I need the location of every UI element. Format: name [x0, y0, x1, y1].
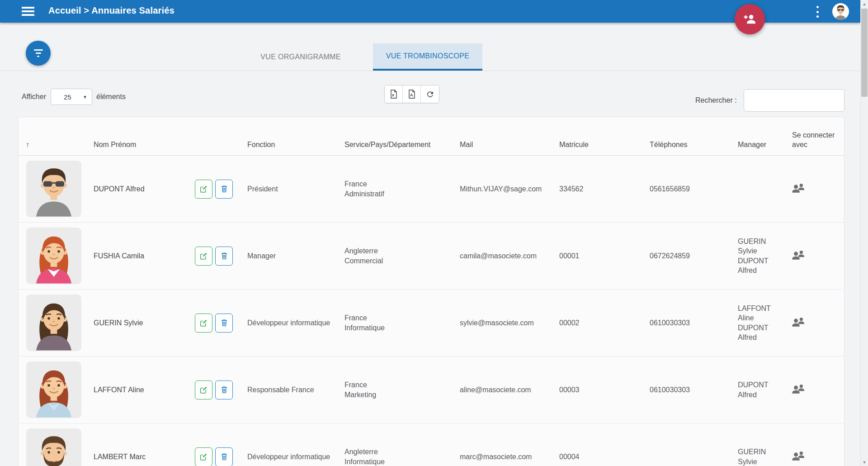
search-label: Rechercher :	[695, 96, 737, 105]
employee-manager: DUPONT Alfred	[731, 380, 785, 399]
edit-pencil-icon	[200, 453, 208, 461]
employee-mail: aline@masociete.com	[453, 385, 552, 395]
employee-service: AngleterreInformatique	[337, 447, 453, 466]
edit-pencil-icon	[200, 185, 208, 193]
user-avatar[interactable]	[832, 3, 849, 20]
tab-vue-trombinoscope[interactable]: VUE TROMBINOSCOPE	[373, 43, 482, 71]
column-header-matricule[interactable]: Matricule	[552, 140, 642, 155]
column-header-mail[interactable]: Mail	[453, 140, 552, 155]
employee-photo	[19, 361, 86, 418]
employee-matricule: 00002	[552, 318, 642, 328]
refresh-button[interactable]	[421, 86, 439, 103]
people-icon	[792, 316, 806, 327]
edit-button[interactable]	[195, 380, 212, 399]
connect-as-cell	[785, 316, 844, 329]
chevron-down-icon: ▼	[83, 95, 87, 100]
column-header-manager[interactable]: Manager	[731, 140, 785, 155]
table-body: DUPONT Alfred Président FranceAdministra…	[19, 156, 844, 466]
table-row: FUSHIA Camila Manager AngleterreCommerci…	[19, 223, 844, 290]
employee-mail: camila@masociete.com	[453, 251, 552, 261]
employee-fonction: Développeur informatique	[240, 318, 337, 328]
column-header-nom-prenom[interactable]: Nom Prénom	[86, 140, 193, 155]
trash-icon	[221, 453, 228, 461]
export-excel-button[interactable]: x	[385, 86, 403, 103]
employee-service: FranceAdministratif	[337, 179, 453, 198]
people-icon	[792, 450, 806, 461]
row-actions	[193, 314, 240, 333]
row-actions	[193, 247, 240, 266]
page-length-label-before: Afficher	[22, 93, 46, 101]
employee-name: LAFFONT Aline	[86, 385, 193, 395]
search-input[interactable]	[744, 89, 844, 112]
employee-fonction: Manager	[240, 251, 337, 261]
delete-button[interactable]	[215, 314, 233, 333]
employee-matricule: 334562	[552, 184, 642, 194]
edit-pencil-icon	[200, 252, 208, 260]
column-header-telephones[interactable]: Téléphones	[642, 140, 731, 155]
person-add-icon	[743, 12, 757, 27]
employee-mail: Mithun.VIJAY@sage.com	[453, 184, 552, 194]
column-header-se-connecter-avec[interactable]: Se connecter avec	[785, 131, 844, 155]
kebab-menu-icon[interactable]	[814, 6, 821, 18]
breadcrumb: Accueil > Annuaires Salariés	[48, 5, 175, 16]
employee-matricule: 00003	[552, 385, 642, 395]
row-actions	[193, 180, 240, 199]
employee-mail: sylvie@masociete.com	[453, 318, 552, 328]
employee-telephones: 0610030303	[642, 318, 731, 328]
employee-name: FUSHIA Camila	[86, 251, 193, 261]
employee-photo	[19, 295, 86, 351]
delete-button[interactable]	[215, 180, 233, 199]
menu-icon[interactable]	[22, 7, 34, 16]
edit-button[interactable]	[195, 314, 212, 333]
connect-as-button[interactable]	[792, 316, 806, 327]
employee-telephones: 0610030303	[642, 385, 731, 395]
people-icon	[792, 182, 806, 193]
delete-button[interactable]	[215, 380, 233, 399]
connect-as-cell	[785, 383, 844, 396]
page-length-select[interactable]: 25 ▼	[51, 89, 92, 105]
add-employee-button[interactable]	[735, 4, 765, 34]
trash-icon	[221, 185, 228, 193]
edit-button[interactable]	[195, 180, 212, 199]
trash-icon	[221, 252, 228, 260]
connect-as-button[interactable]	[792, 249, 806, 260]
employee-manager: GUERIN Sylvie	[731, 447, 785, 466]
employee-manager: LAFFONT AlineDUPONT Alfred	[731, 304, 785, 342]
connect-as-cell	[785, 450, 844, 463]
tab-vue-organigramme[interactable]: VUE ORGANIGRAMME	[246, 43, 355, 71]
column-header-fonction[interactable]: Fonction	[240, 140, 337, 155]
column-header-service[interactable]: Service/Pays/Département	[337, 140, 453, 155]
employee-service: FranceInformatique	[337, 313, 453, 332]
connect-as-button[interactable]	[792, 383, 806, 394]
employee-photo	[19, 428, 86, 466]
employee-name: DUPONT Alfred	[86, 184, 193, 194]
delete-button[interactable]	[215, 247, 233, 266]
scrollbar-thumb[interactable]	[861, 9, 868, 97]
export-toolbar: x A	[384, 85, 439, 103]
connect-as-cell	[785, 182, 844, 195]
export-pdf-button[interactable]: A	[403, 86, 421, 103]
column-header-actions	[193, 150, 240, 155]
svg-text:A: A	[410, 93, 413, 97]
vertical-scrollbar[interactable]: ▲ ▼	[860, 0, 868, 466]
employee-fonction: Responsable France	[240, 385, 337, 395]
connect-as-button[interactable]	[792, 450, 806, 461]
employee-matricule: 00004	[552, 452, 642, 461]
connect-as-button[interactable]	[792, 182, 806, 193]
edit-pencil-icon	[200, 386, 208, 394]
row-actions	[193, 447, 240, 466]
sort-ascending-icon[interactable]: ↑	[19, 140, 86, 155]
employee-photo	[19, 228, 86, 284]
employee-telephones: 0672624859	[642, 251, 731, 261]
scroll-down-arrow[interactable]: ▼	[861, 458, 868, 466]
employee-matricule: 00001	[552, 251, 642, 261]
employee-name: GUERIN Sylvie	[86, 318, 193, 328]
tab-bar: VUE ORGANIGRAMME VUE TROMBINOSCOPE	[0, 43, 860, 71]
delete-button[interactable]	[215, 447, 233, 466]
scroll-up-arrow[interactable]: ▲	[861, 0, 868, 8]
edit-button[interactable]	[195, 247, 212, 266]
svg-text:x: x	[392, 93, 394, 97]
table-row: GUERIN Sylvie Développeur informatique F…	[19, 290, 844, 357]
edit-button[interactable]	[195, 447, 212, 466]
table-row: LAFFONT Aline Responsable France FranceM…	[19, 357, 844, 423]
